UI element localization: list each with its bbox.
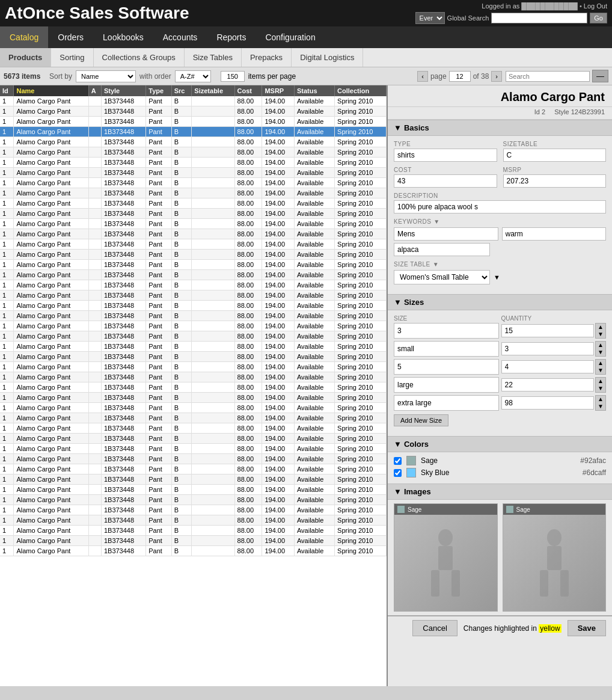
page-input[interactable] — [449, 71, 471, 82]
spinner-3[interactable]: ▲▼ — [595, 377, 606, 393]
sizetable-input[interactable] — [503, 149, 607, 162]
image-thumb-1[interactable]: Sage — [394, 503, 498, 612]
table-row[interactable]: 1Alamo Cargo Pant1B373448PantB88.00194.0… — [0, 403, 387, 413]
save-button[interactable]: Save — [568, 620, 606, 636]
global-search-input[interactable] — [491, 13, 587, 23]
col-collection[interactable]: Collection — [335, 85, 387, 96]
table-row[interactable]: 1Alamo Cargo Pant1B373448PantB88.00194.0… — [0, 260, 387, 270]
table-row[interactable]: 1Alamo Cargo Pant1B373448PantB88.00194.0… — [0, 393, 387, 403]
table-row[interactable]: 1Alamo Cargo Pant1B373448PantB88.00194.0… — [0, 526, 387, 536]
subnav-sorting[interactable]: Sorting — [51, 48, 93, 67]
keyword-input-3[interactable] — [394, 243, 490, 256]
spinner-0[interactable]: ▲▼ — [595, 323, 606, 339]
col-sizetable[interactable]: Sizetable — [192, 85, 234, 96]
col-style[interactable]: Style — [101, 85, 145, 96]
time-select[interactable]: Ever — [415, 12, 445, 24]
table-row[interactable]: 1Alamo Cargo Pant1B373448PantB88.00194.0… — [0, 158, 387, 168]
table-row[interactable]: 1Alamo Cargo Pant1B373448PantB88.00194.0… — [0, 239, 387, 250]
nav-reports[interactable]: Reports — [207, 26, 256, 48]
qty-input-2[interactable] — [501, 360, 595, 373]
table-row[interactable]: 1Alamo Cargo Pant1B373448PantB88.00194.0… — [0, 423, 387, 434]
table-row[interactable]: 1Alamo Cargo Pant1B373448PantB88.00194.0… — [0, 311, 387, 321]
cancel-button[interactable]: Cancel — [412, 620, 457, 636]
table-row[interactable]: 1Alamo Cargo Pant1B373448PantB88.00194.0… — [0, 342, 387, 352]
table-row[interactable]: 1Alamo Cargo Pant1B373448PantB88.00194.0… — [0, 280, 387, 290]
subnav-prepacks[interactable]: Prepacks — [242, 48, 292, 67]
spin-down[interactable]: ▼ — [598, 367, 604, 374]
image-thumb-2[interactable]: Sage — [503, 503, 607, 612]
spin-up[interactable]: ▲ — [598, 396, 604, 403]
table-row[interactable]: 1Alamo Cargo Pant1B373448PantB88.00194.0… — [0, 229, 387, 239]
table-row[interactable]: 1Alamo Cargo Pant1B373448PantB88.00194.0… — [0, 495, 387, 505]
msrp-input[interactable] — [503, 174, 607, 188]
table-row[interactable]: 1Alamo Cargo Pant1B373448PantB88.00194.0… — [0, 147, 387, 158]
cost-input[interactable] — [394, 174, 497, 188]
sizes-section-header[interactable]: ▼ Sizes — [388, 294, 612, 310]
nav-orders[interactable]: Orders — [48, 26, 93, 48]
qty-input-4[interactable] — [501, 396, 595, 410]
table-row[interactable]: 1Alamo Cargo Pant1B373448PantB88.00194.0… — [0, 127, 387, 137]
table-row[interactable]: 1Alamo Cargo Pant1B373448PantB88.00194.0… — [0, 352, 387, 362]
nav-catalog[interactable]: Catalog — [0, 26, 48, 48]
table-row[interactable]: 1Alamo Cargo Pant1B373448PantB88.00194.0… — [0, 209, 387, 219]
table-row[interactable]: 1Alamo Cargo Pant1B373448PantB88.00194.0… — [0, 546, 387, 556]
table-row[interactable]: 1Alamo Cargo Pant1B373448PantB88.00194.0… — [0, 290, 387, 301]
table-row[interactable]: 1Alamo Cargo Pant1B373448PantB88.00194.0… — [0, 515, 387, 526]
table-row[interactable]: 1Alamo Cargo Pant1B373448PantB88.00194.0… — [0, 321, 387, 331]
col-id[interactable]: Id — [0, 85, 14, 96]
spin-down[interactable]: ▼ — [598, 349, 604, 356]
table-row[interactable]: 1Alamo Cargo Pant1B373448PantB88.00194.0… — [0, 464, 387, 474]
color-checkbox-1[interactable] — [394, 469, 402, 477]
images-section-header[interactable]: ▼ Images — [388, 484, 612, 500]
basics-section-header[interactable]: ▼ Basics — [388, 120, 612, 136]
collapse-panel-button[interactable]: — — [592, 70, 608, 82]
add-size-button[interactable]: Add New Size — [394, 414, 448, 426]
size-input-4[interactable] — [394, 395, 499, 411]
qty-input-1[interactable] — [501, 342, 595, 355]
keyword-input-2[interactable] — [502, 227, 607, 241]
size-input-3[interactable] — [394, 377, 499, 393]
table-row[interactable]: 1Alamo Cargo Pant1B373448PantB88.00194.0… — [0, 485, 387, 495]
spinner-1[interactable]: ▲▼ — [595, 341, 606, 357]
table-row[interactable]: 1Alamo Cargo Pant1B373448PantB88.00194.0… — [0, 96, 387, 106]
size-input-0[interactable] — [394, 323, 499, 339]
spinner-2[interactable]: ▲▼ — [595, 359, 606, 375]
table-row[interactable]: 1Alamo Cargo Pant1B373448PantB88.00194.0… — [0, 117, 387, 127]
table-row[interactable]: 1Alamo Cargo Pant1B373448PantB88.00194.0… — [0, 372, 387, 382]
col-src[interactable]: Src — [171, 85, 192, 96]
logout-link[interactable]: Log Out — [584, 2, 607, 10]
table-row[interactable]: 1Alamo Cargo Pant1B373448PantB88.00194.0… — [0, 250, 387, 260]
description-input[interactable] — [394, 200, 606, 213]
table-row[interactable]: 1Alamo Cargo Pant1B373448PantB88.00194.0… — [0, 362, 387, 372]
table-row[interactable]: 1Alamo Cargo Pant1B373448PantB88.00194.0… — [0, 178, 387, 188]
per-page-input[interactable] — [221, 71, 245, 82]
col-msrp[interactable]: MSRP — [262, 85, 295, 96]
size-input-1[interactable] — [394, 341, 499, 357]
sizetable-select[interactable]: Women's Small Table — [394, 270, 490, 284]
page-next-button[interactable]: › — [491, 71, 502, 82]
type-input[interactable] — [394, 149, 497, 162]
subnav-digital[interactable]: Digital Logistics — [292, 48, 363, 67]
sort-field-select[interactable]: Name — [76, 70, 136, 82]
table-row[interactable]: 1Alamo Cargo Pant1B373448PantB88.00194.0… — [0, 444, 387, 454]
keyword-input-1[interactable] — [394, 227, 498, 241]
table-search-input[interactable] — [506, 71, 590, 82]
col-a[interactable]: A — [88, 85, 101, 96]
table-row[interactable]: 1Alamo Cargo Pant1B373448PantB88.00194.0… — [0, 413, 387, 423]
spinner-4[interactable]: ▲▼ — [595, 395, 606, 411]
spin-down[interactable]: ▼ — [598, 385, 604, 392]
spin-down[interactable]: ▼ — [598, 331, 604, 338]
table-row[interactable]: 1Alamo Cargo Pant1B373448PantB88.00194.0… — [0, 434, 387, 444]
spin-down[interactable]: ▼ — [598, 403, 604, 410]
subnav-products[interactable]: Products — [0, 48, 51, 67]
col-type[interactable]: Type — [146, 85, 172, 96]
table-row[interactable]: 1Alamo Cargo Pant1B373448PantB88.00194.0… — [0, 198, 387, 209]
col-status[interactable]: Status — [294, 85, 334, 96]
subnav-sizetables[interactable]: Size Tables — [185, 48, 242, 67]
spin-up[interactable]: ▲ — [598, 378, 604, 385]
table-row[interactable]: 1Alamo Cargo Pant1B373448PantB88.00194.0… — [0, 137, 387, 147]
table-row[interactable]: 1Alamo Cargo Pant1B373448PantB88.00194.0… — [0, 106, 387, 117]
qty-input-0[interactable] — [501, 324, 595, 337]
qty-input-3[interactable] — [501, 378, 595, 391]
spin-up[interactable]: ▲ — [598, 360, 604, 367]
